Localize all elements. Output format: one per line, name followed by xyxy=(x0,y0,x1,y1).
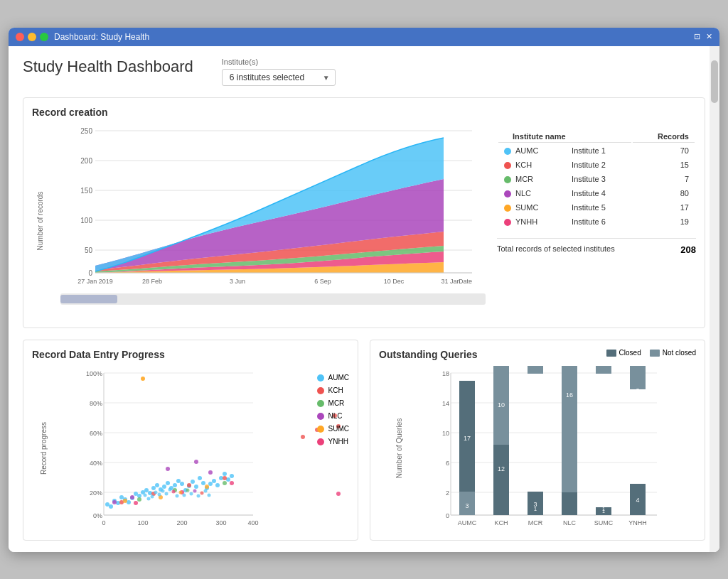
svg-point-89 xyxy=(137,497,141,502)
legend-not-closed: Not closed xyxy=(650,349,696,357)
queries-header: Outstanding Queries Closed Not closed xyxy=(379,349,696,366)
bottom-charts-grid: Record Data Entry Progress Record progre… xyxy=(23,340,705,541)
chart-scrollbar[interactable] xyxy=(60,293,486,305)
maximize-button[interactable] xyxy=(40,33,48,41)
svg-text:10 Dec: 10 Dec xyxy=(384,278,405,285)
svg-point-69 xyxy=(212,479,216,483)
institute-name: Institute 4 xyxy=(566,187,631,200)
institute-select-wrapper: 6 institutes selected ▼ xyxy=(222,69,336,86)
svg-point-109 xyxy=(179,490,183,494)
svg-text:MCR: MCR xyxy=(528,519,543,526)
title-bar-left: Dashboard: Study Health xyxy=(16,32,149,42)
svg-text:3: 3 xyxy=(636,387,639,394)
svg-point-101 xyxy=(151,494,154,498)
svg-text:10: 10 xyxy=(442,430,449,437)
svg-point-88 xyxy=(208,470,213,475)
svg-text:0%: 0% xyxy=(93,512,102,519)
svg-text:80%: 80% xyxy=(90,400,102,407)
bar-y-label: Number of Queries xyxy=(395,418,403,478)
total-value: 208 xyxy=(680,244,696,255)
chart-scrollbar-thumb[interactable] xyxy=(60,295,117,303)
svg-point-50 xyxy=(144,488,149,492)
svg-point-115 xyxy=(200,491,204,494)
svg-point-112 xyxy=(190,492,193,495)
scrollbar-thumb[interactable] xyxy=(711,60,718,103)
table-row: SUMC Institute 5 17 xyxy=(498,201,695,214)
svg-point-94 xyxy=(205,485,209,489)
institute-select[interactable]: 6 institutes selected xyxy=(222,69,336,86)
legend-item-nlc: NLC xyxy=(317,410,349,423)
svg-point-91 xyxy=(223,481,227,485)
svg-text:10: 10 xyxy=(498,401,505,408)
svg-point-105 xyxy=(165,492,168,495)
svg-point-40 xyxy=(109,504,113,509)
institute-name: Institute 1 xyxy=(566,144,631,157)
svg-text:31 Jan: 31 Jan xyxy=(441,278,460,285)
svg-point-53 xyxy=(155,483,159,487)
svg-point-70 xyxy=(215,483,220,487)
svg-rect-156 xyxy=(630,366,646,389)
outstanding-queries-panel: Outstanding Queries Closed Not closed Nu… xyxy=(370,340,705,541)
area-chart-svg: 250 200 150 100 50 0 xyxy=(60,124,486,287)
svg-text:28 Feb: 28 Feb xyxy=(142,278,162,285)
svg-text:3 Jun: 3 Jun xyxy=(230,278,245,285)
institute-records: 15 xyxy=(633,158,695,171)
table-row: NLC Institute 4 80 xyxy=(498,187,695,200)
svg-text:40%: 40% xyxy=(90,460,102,467)
legend-item-ynhh: YNHH xyxy=(317,435,349,448)
main-content: Study Health Dashboard Institute(s) 6 in… xyxy=(9,46,719,552)
svg-point-114 xyxy=(197,494,200,497)
table-row: MCR Institute 3 7 xyxy=(498,173,695,185)
svg-text:AUMC: AUMC xyxy=(458,519,477,526)
svg-text:12: 12 xyxy=(498,465,505,472)
svg-point-113 xyxy=(193,489,197,492)
svg-point-111 xyxy=(186,488,190,492)
institute-code: AUMC xyxy=(498,144,564,157)
bar-chart-wrapper: Number of Queries 18 14 xyxy=(379,366,696,531)
total-label: Total records of selected institutes xyxy=(497,244,615,255)
svg-text:14: 14 xyxy=(442,400,449,407)
table-row: AUMC Institute 1 70 xyxy=(498,144,695,157)
institute-filter-section: Institute(s) 6 institutes selected ▼ xyxy=(222,58,336,86)
record-creation-panel: Record creation Number of records xyxy=(23,97,705,328)
scatter-y-label: Record progress xyxy=(40,422,48,475)
institute-code: SUMC xyxy=(498,201,564,214)
window-title: Dashboard: Study Health xyxy=(54,32,149,42)
svg-point-99 xyxy=(144,493,147,497)
bar-chart-svg: 18 14 10 6 2 0 xyxy=(405,366,696,529)
svg-text:Date: Date xyxy=(459,278,472,285)
svg-point-106 xyxy=(168,487,172,491)
svg-point-108 xyxy=(176,494,179,497)
institute-legend-table: Institute name Records AUMC Institute 1 … xyxy=(497,129,696,230)
close-button[interactable] xyxy=(16,33,24,41)
legend-item-mcr: MCR xyxy=(317,397,349,410)
svg-point-58 xyxy=(173,483,177,487)
svg-text:0: 0 xyxy=(446,512,449,519)
svg-text:250: 250 xyxy=(80,127,92,135)
svg-point-87 xyxy=(194,460,198,464)
window-controls: ⊡ ✕ xyxy=(694,32,712,41)
area-chart-wrapper: Number of records 250 20 xyxy=(32,124,486,319)
svg-text:300: 300 xyxy=(215,519,226,526)
queries-title: Outstanding Queries xyxy=(379,349,477,360)
legend-item-aumc: AUMC xyxy=(317,372,349,384)
svg-text:1: 1 xyxy=(534,506,537,512)
svg-point-39 xyxy=(105,502,109,507)
svg-point-43 xyxy=(119,495,124,499)
svg-text:18: 18 xyxy=(442,370,449,377)
svg-point-103 xyxy=(158,492,161,496)
svg-text:NLC: NLC xyxy=(563,519,577,526)
y-axis-label: Number of records xyxy=(36,192,44,251)
svg-text:200: 200 xyxy=(80,157,92,165)
institute-name: Institute 5 xyxy=(566,201,631,214)
svg-point-97 xyxy=(230,481,234,485)
window-scrollbar[interactable] xyxy=(710,46,719,552)
restore-icon[interactable]: ⊡ xyxy=(694,32,700,41)
svg-text:27 Jan 2019: 27 Jan 2019 xyxy=(77,278,113,285)
close-icon[interactable]: ✕ xyxy=(706,32,712,41)
svg-text:100: 100 xyxy=(137,519,148,526)
scatter-chart-svg: 100% 80% 60% 40% 20% 0% 0 xyxy=(58,366,349,529)
minimize-button[interactable] xyxy=(28,33,36,41)
institute-records: 70 xyxy=(633,144,695,157)
svg-point-100 xyxy=(147,497,151,500)
